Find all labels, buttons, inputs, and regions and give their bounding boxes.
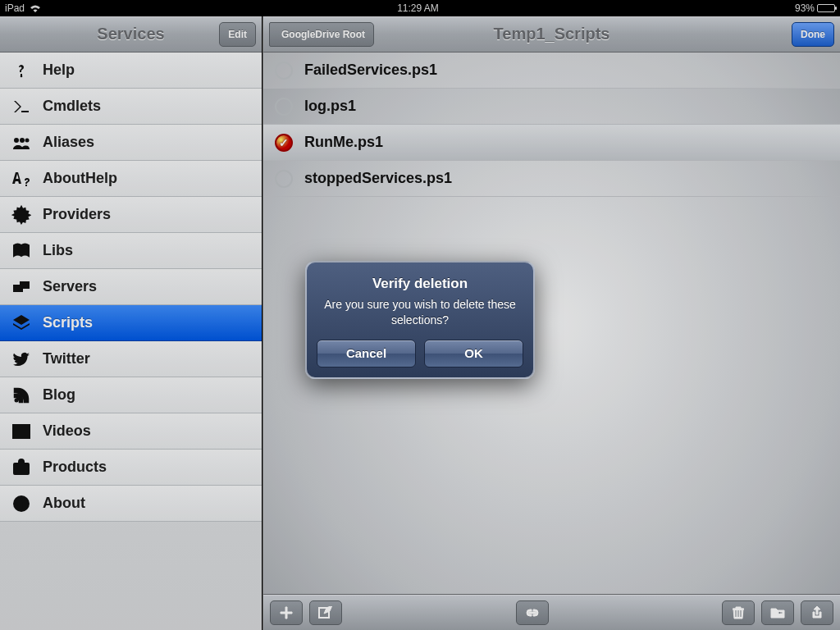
cancel-button[interactable]: Cancel (317, 340, 416, 368)
wifi-icon (30, 4, 41, 12)
alert-title: Verify deletion (317, 276, 523, 292)
battery-percent: 93% (795, 2, 815, 14)
battery-indicator: 93% (795, 2, 835, 14)
ok-button[interactable]: OK (424, 340, 523, 368)
clock: 11:29 AM (397, 2, 439, 14)
device-label: iPad (5, 2, 25, 14)
alert-dialog: Verify deletion Are you sure you wish to… (305, 261, 535, 379)
alert-message: Are you sure you wish to delete these se… (317, 297, 523, 328)
status-bar: iPad 11:29 AM 93% (0, 0, 840, 16)
